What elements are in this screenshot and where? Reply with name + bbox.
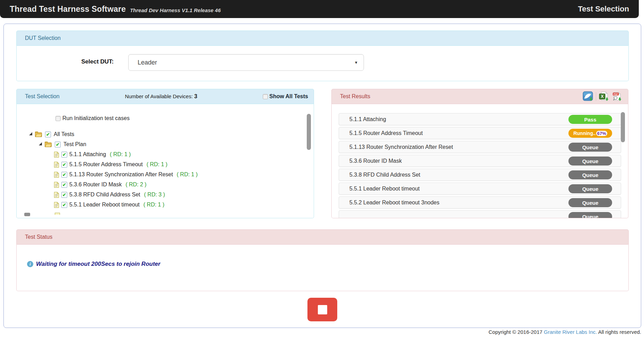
pdf-export-icon[interactable]: PDF — [611, 91, 623, 102]
result-test-name: 5.3.6 Router ID Mask — [349, 158, 402, 164]
result-row[interactable]: 5.1.1 Attaching Pass — [339, 113, 621, 125]
folder-icon — [35, 131, 42, 137]
status-badge: Queue — [568, 143, 612, 152]
status-badge: Queue — [568, 157, 612, 166]
devices-label-text: Number of Available Devices: — [125, 93, 194, 99]
run-init-label: Run Initialization test cases — [62, 115, 130, 121]
wireshark-export-icon[interactable] — [583, 91, 594, 102]
tree-test-item[interactable]: ✔ 5.1.13 Router Synchronization After Re… — [54, 171, 314, 178]
show-all-tests-label: Show All Tests — [269, 93, 308, 100]
test-name: 5.1.13 Router Synchronization After Rese… — [69, 171, 173, 178]
tree-node-label: All Tests — [54, 131, 74, 137]
tree-checkbox[interactable]: ✔ — [61, 152, 67, 158]
dut-panel-heading: DUT Selection — [16, 31, 629, 46]
tree-node-test-plan[interactable]: ✔ Test Plan — [39, 141, 314, 148]
status-badge: Pass — [568, 115, 612, 124]
test-status-panel: Test Status i Waiting for timeout 200Sec… — [16, 229, 629, 291]
status-text: Queue — [582, 186, 599, 192]
test-results-panel: Test Results X — [331, 89, 628, 218]
status-badge: Queue — [568, 212, 612, 218]
tree-horizontal-scrollbar[interactable] — [24, 213, 30, 216]
select-dut-label: Select DUT: — [17, 58, 114, 65]
result-test-name: 5.5.1 Leader Reboot timeout — [349, 186, 420, 192]
document-icon — [54, 192, 59, 198]
excel-export-icon[interactable]: X — [598, 91, 609, 102]
tree-test-item[interactable]: ✔ 5.1.1 Attaching ( RD: 1 ) — [54, 151, 314, 158]
tree-checkbox[interactable]: ✔ — [61, 172, 67, 178]
result-test-name: 5.1.13 Router Synchronization After Rese… — [349, 144, 453, 150]
status-badge: Queue — [568, 184, 612, 193]
tree-test-item[interactable]: ✔ 5.5.1 Leader Reboot timeout ( RD: 1 ) — [54, 201, 314, 209]
results-vertical-scrollbar[interactable] — [621, 112, 625, 142]
result-row[interactable]: 5.5.2 Leader Reboot timeout 3nodes Queue — [339, 196, 621, 209]
test-rd-count: ( RD: 1 ) — [110, 151, 131, 158]
icon-separator — [596, 92, 596, 101]
show-all-tests-toggle[interactable]: Show All Tests — [263, 93, 308, 100]
status-text: Queue — [582, 200, 599, 206]
result-test-name: 5.3.8 RFD Child Address Set — [349, 172, 420, 178]
result-test-name: 5.5.2 Leader Reboot timeout 3nodes — [349, 200, 440, 206]
document-icon — [54, 181, 59, 188]
status-text: Queue — [582, 158, 599, 164]
document-icon — [54, 202, 59, 208]
test-results-title: Test Results — [340, 93, 370, 100]
test-name: 5.3.6 Router ID Mask — [69, 181, 122, 188]
tree-checkbox[interactable]: ✔ — [61, 182, 67, 188]
chevron-down-icon: ▼ — [354, 60, 358, 65]
folder-icon — [44, 141, 52, 147]
app-version: Thread Dev Harness V1.1 Release 46 — [130, 7, 221, 13]
clipped-next-item — [55, 213, 60, 215]
test-name: 5.5.1 Leader Reboot timeout — [69, 202, 140, 208]
tree-checkbox[interactable]: ✔ — [55, 142, 61, 147]
status-badge: Queue — [568, 170, 612, 179]
status-text: Queue — [582, 172, 599, 178]
tree-node-all-tests[interactable]: ✔ All Tests — [29, 130, 314, 138]
dut-dropdown[interactable]: Leader ▼ — [128, 54, 364, 71]
test-rd-count: ( RD: 1 ) — [143, 202, 164, 208]
tree-checkbox[interactable]: ✔ — [61, 202, 67, 208]
stop-button[interactable] — [307, 298, 337, 321]
tree-test-item[interactable]: ✔ 5.3.8 RFD Child Address Set ( RD: 3 ) — [54, 191, 314, 198]
company-link[interactable]: Granite River Labs Inc. — [544, 329, 597, 335]
tree-checkbox[interactable]: ✔ — [45, 132, 51, 137]
tree-test-item[interactable]: ✔ 5.1.5 Router Address Timeout ( RD: 1 ) — [54, 161, 314, 168]
result-row[interactable]: 5.1.13 Router Synchronization After Rese… — [339, 141, 621, 153]
footer-copyright: Copyright © 2016-2017 Granite River Labs… — [489, 329, 641, 335]
dut-dropdown-value: Leader — [138, 59, 157, 66]
run-init-checkbox[interactable] — [55, 116, 61, 121]
copyright-suffix: All rights reserved. — [597, 329, 641, 335]
tree-vertical-scrollbar[interactable] — [307, 114, 311, 150]
status-text: Running.. — [573, 130, 596, 136]
dut-selection-panel: DUT Selection Select DUT: Leader ▼ — [16, 31, 629, 81]
stop-icon — [318, 305, 327, 314]
app-title: Thread Test Harness Software — [10, 5, 126, 14]
result-row[interactable]: 5.5.1 Leader Reboot timeout Queue — [339, 183, 621, 195]
progress-percent: 67% — [596, 131, 607, 136]
test-name: 5.1.5 Router Address Timeout — [69, 161, 143, 168]
result-row[interactable]: 5.1.5 Router Address Timeout Running..67… — [339, 127, 621, 139]
dut-panel-title: DUT Selection — [25, 35, 61, 41]
tree-test-item[interactable]: ✔ 5.3.6 Router ID Mask ( RD: 2 ) — [54, 181, 314, 188]
run-init-row[interactable]: Run Initialization test cases — [55, 115, 314, 122]
status-badge: Running..67% — [568, 129, 612, 138]
tree-expander-icon[interactable] — [29, 132, 32, 135]
available-devices-label: Number of Available Devices: 3 — [125, 93, 197, 100]
result-row[interactable]: 5.3.8 RFD Child Address Set Queue — [339, 169, 621, 181]
test-rd-count: ( RD: 3 ) — [144, 192, 165, 198]
test-rd-count: ( RD: 1 ) — [147, 161, 167, 168]
tree-checkbox[interactable]: ✔ — [61, 162, 67, 168]
status-text: Queue — [582, 214, 599, 219]
test-rd-count: ( RD: 2 ) — [125, 181, 146, 188]
page-title: Test Selection — [578, 5, 629, 14]
result-row[interactable]: 5.3.6 Router ID Mask Queue — [339, 155, 621, 167]
tree-checkbox[interactable]: ✔ — [61, 192, 67, 198]
result-row-partial[interactable]: Queue — [339, 210, 621, 218]
svg-text:PDF: PDF — [613, 93, 618, 95]
tree-expander-icon[interactable] — [39, 142, 42, 145]
svg-text:X: X — [601, 94, 603, 99]
status-message: Waiting for timeout 200Secs to rejoin Ro… — [36, 261, 160, 268]
document-icon — [54, 171, 59, 178]
show-all-tests-checkbox[interactable] — [263, 94, 268, 99]
test-name: 5.3.8 RFD Child Address Set — [69, 192, 140, 198]
test-name: 5.1.1 Attaching — [69, 151, 106, 158]
